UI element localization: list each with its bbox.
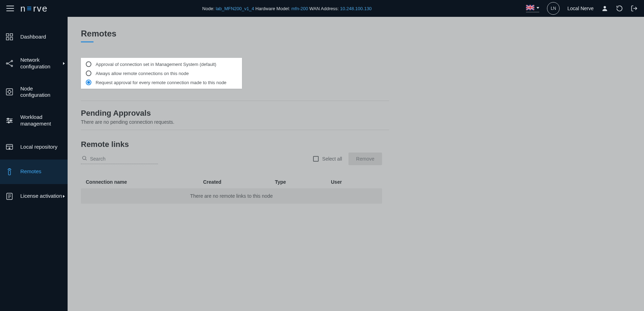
select-all-toggle[interactable]: Select all bbox=[313, 156, 342, 162]
license-icon bbox=[5, 192, 14, 201]
sidebar-item-license-activation[interactable]: License activation bbox=[0, 184, 68, 209]
svg-line-10 bbox=[8, 61, 11, 63]
search-input[interactable] bbox=[90, 156, 157, 162]
radio-icon bbox=[86, 70, 91, 76]
sidebar-item-label: Dashboard bbox=[20, 34, 46, 40]
top-bar: n≡rve Node: lab_MFN200_v1_4 Hardware Mod… bbox=[0, 0, 644, 17]
radio-request-approval[interactable]: Request approval for every remote connec… bbox=[86, 80, 237, 85]
hw-value: mfn-200 bbox=[291, 6, 308, 11]
brand-logo: n≡rve bbox=[20, 3, 48, 14]
svg-point-13 bbox=[8, 90, 11, 93]
repository-icon bbox=[5, 143, 14, 152]
node-value: lab_MFN200_v1_4 bbox=[216, 6, 254, 11]
svg-line-33 bbox=[85, 159, 86, 160]
sidebar-item-node-configuration[interactable]: Node configuration bbox=[0, 78, 68, 107]
network-icon bbox=[5, 59, 14, 68]
title-underline bbox=[81, 41, 94, 42]
wan-value: 10.248.100.130 bbox=[340, 6, 372, 11]
sidebar-item-dashboard[interactable]: Dashboard bbox=[0, 25, 68, 49]
svg-rect-5 bbox=[6, 38, 9, 40]
svg-rect-6 bbox=[10, 38, 13, 40]
sidebar-item-label: Remotes bbox=[20, 168, 41, 175]
sidebar-item-workload-management[interactable]: Workload management bbox=[0, 106, 68, 135]
chevron-down-icon bbox=[536, 7, 539, 9]
remote-links-title: Remote links bbox=[81, 140, 631, 149]
svg-point-32 bbox=[83, 156, 86, 159]
radio-label: Request approval for every remote connec… bbox=[96, 80, 227, 85]
sidebar-item-label: Network configuration bbox=[20, 57, 63, 70]
svg-rect-4 bbox=[10, 34, 13, 36]
column-connection-name: Connection name bbox=[86, 179, 203, 185]
search-icon bbox=[82, 155, 87, 162]
divider bbox=[81, 101, 389, 101]
avatar-initials: LN bbox=[551, 6, 556, 11]
node-label: Node: bbox=[202, 6, 215, 11]
svg-point-7 bbox=[6, 63, 8, 64]
column-type: Type bbox=[275, 179, 331, 185]
sidebar: Dashboard Network configuration Node con… bbox=[0, 17, 68, 311]
remove-button[interactable]: Remove bbox=[348, 153, 382, 165]
chevron-right-icon bbox=[63, 195, 65, 198]
search-field[interactable] bbox=[81, 154, 158, 164]
chevron-right-icon bbox=[63, 62, 65, 65]
main-content: Remotes Approval of connection set in Ma… bbox=[68, 17, 644, 311]
table-empty-message: There are no remote links to this node bbox=[81, 188, 382, 204]
sidebar-item-remotes[interactable]: Remotes bbox=[0, 160, 68, 184]
sidebar-item-network-configuration[interactable]: Network configuration bbox=[0, 49, 68, 78]
radio-label: Approval of connection set in Management… bbox=[96, 62, 216, 67]
logout-icon[interactable] bbox=[631, 5, 638, 12]
wan-label: WAN Address: bbox=[309, 6, 339, 11]
gear-board-icon bbox=[5, 87, 14, 96]
svg-point-8 bbox=[11, 60, 13, 62]
avatar[interactable]: LN bbox=[547, 2, 560, 15]
user-icon[interactable] bbox=[601, 5, 608, 12]
connection-approval-panel: Approval of connection set in Management… bbox=[81, 58, 242, 89]
site-label: Local Nerve bbox=[567, 6, 594, 11]
column-created: Created bbox=[203, 179, 275, 185]
remote-links-table: Connection name Created Type User There … bbox=[81, 176, 382, 204]
svg-rect-27 bbox=[8, 170, 11, 175]
topbar-right: LN Local Nerve bbox=[526, 2, 638, 15]
svg-line-11 bbox=[8, 63, 11, 66]
dashboard-icon bbox=[5, 32, 14, 41]
sidebar-item-label: Node configuration bbox=[20, 86, 63, 99]
remote-links-toolbar: Select all Remove bbox=[81, 153, 382, 165]
menu-toggle-icon[interactable] bbox=[6, 6, 14, 11]
sliders-icon bbox=[5, 116, 14, 125]
svg-point-1 bbox=[604, 6, 606, 8]
radio-icon bbox=[86, 61, 91, 67]
language-selector[interactable] bbox=[526, 5, 539, 12]
uk-flag-icon bbox=[526, 5, 534, 11]
sidebar-item-label: Workload management bbox=[20, 114, 63, 127]
sidebar-item-label: Local repository bbox=[20, 144, 57, 150]
hw-label: Hardware Model: bbox=[255, 6, 290, 11]
svg-rect-12 bbox=[6, 89, 13, 95]
divider bbox=[81, 130, 389, 130]
page-title: Remotes bbox=[81, 29, 631, 39]
svg-rect-3 bbox=[6, 34, 9, 36]
checkbox-icon bbox=[313, 156, 319, 162]
column-user: User bbox=[331, 179, 377, 185]
pending-approvals-title: Pending Approvals bbox=[81, 109, 631, 118]
remote-icon bbox=[5, 167, 14, 176]
select-all-label: Select all bbox=[322, 156, 342, 162]
reboot-icon[interactable] bbox=[616, 5, 623, 12]
node-info: Node: lab_MFN200_v1_4 Hardware Model: mf… bbox=[202, 6, 372, 11]
radio-icon bbox=[86, 80, 91, 85]
sidebar-item-local-repository[interactable]: Local repository bbox=[0, 135, 68, 160]
svg-point-9 bbox=[11, 65, 13, 67]
radio-label: Always allow remote connections on this … bbox=[96, 71, 189, 76]
radio-approval-ms-default[interactable]: Approval of connection set in Management… bbox=[86, 61, 237, 67]
sidebar-item-label: License activation bbox=[20, 193, 62, 200]
table-header: Connection name Created Type User bbox=[81, 176, 382, 188]
radio-always-allow[interactable]: Always allow remote connections on this … bbox=[86, 70, 237, 76]
pending-approvals-subtitle: There are no pending connection requests… bbox=[81, 119, 631, 125]
